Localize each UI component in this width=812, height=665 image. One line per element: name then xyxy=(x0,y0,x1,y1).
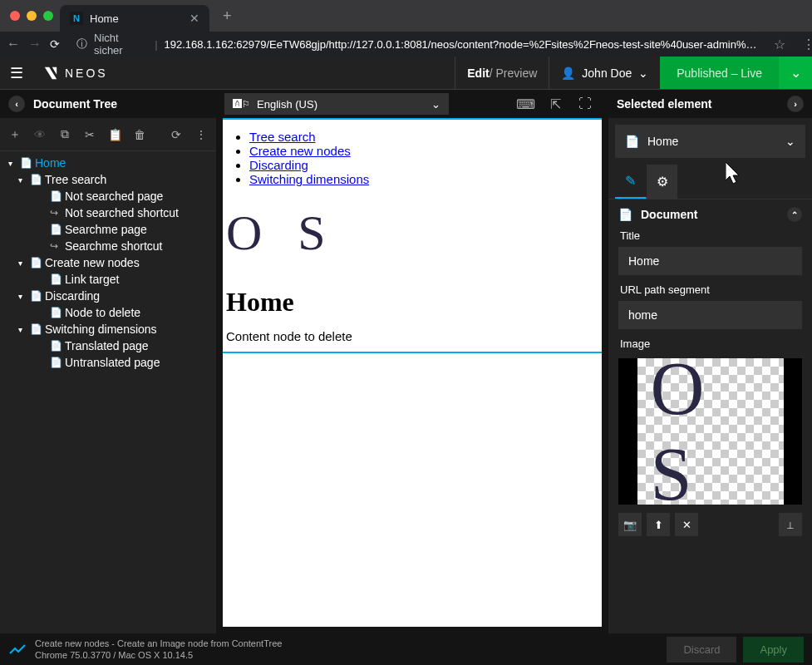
bookmark-icon[interactable]: ☆ xyxy=(774,37,785,52)
tree-node-discarding[interactable]: ▾📄Discarding xyxy=(0,288,216,304)
status-bar: Create new nodes - Create an Image node … xyxy=(0,633,812,665)
menu-button[interactable]: ☰ xyxy=(0,57,33,89)
tree-node-tree-search[interactable]: ▾📄Tree search xyxy=(0,171,216,188)
test-runner-icon xyxy=(8,640,27,658)
publish-dropdown[interactable]: ⌄ xyxy=(779,57,812,89)
image-preview-graphic: O S xyxy=(637,346,784,517)
more-button[interactable]: ⋮ xyxy=(189,123,213,146)
tree-node-create-new-nodes[interactable]: ▾📄Create new nodes xyxy=(0,254,216,271)
panel-title: Selected element xyxy=(617,97,711,111)
preview-label: / Preview xyxy=(490,66,538,80)
forward-button[interactable]: → xyxy=(28,37,42,52)
window-minimize[interactable] xyxy=(27,11,37,21)
tab-properties[interactable]: ✎ xyxy=(615,165,647,199)
section-header[interactable]: 📄 Document ⌃ xyxy=(608,200,812,229)
publish-button[interactable]: Published – Live xyxy=(660,57,779,89)
discard-button[interactable]: Discard xyxy=(667,637,736,663)
apply-button[interactable]: Apply xyxy=(743,637,804,663)
field-label-url: URL path segment xyxy=(618,283,802,301)
user-icon: 👤 xyxy=(561,66,575,80)
tree-node[interactable]: 📄Untranslated page xyxy=(0,354,216,371)
tree-node[interactable]: 📄Node to delete xyxy=(0,304,216,321)
back-button[interactable]: ← xyxy=(7,37,20,52)
content-frame[interactable]: Tree search Create new nodes Discarding … xyxy=(223,118,602,627)
chevron-down-icon: ⌄ xyxy=(431,98,440,111)
document-tree: ▾📄Home ▾📄Tree search 📄Not searched page … xyxy=(0,151,216,633)
left-panel: ‹ Document Tree ＋ 👁 ⧉ ✂ 📋 🗑 ⟳ ⋮ ▾📄Home ▾… xyxy=(0,90,216,633)
window-close[interactable] xyxy=(10,11,20,21)
inspector-tabs: ✎ ⚙ xyxy=(608,165,812,200)
browser-tab-strip: N Home ✕ + xyxy=(0,0,812,32)
language-select[interactable]: 🅰⚐English (US) ⌄ xyxy=(224,93,449,115)
delete-button[interactable]: 🗑 xyxy=(128,123,151,146)
list-item: Switching dimensions xyxy=(249,172,602,186)
tree-node[interactable]: 📄Not searched page xyxy=(0,188,216,204)
selected-element-dropdown[interactable]: 📄 Home ⌄ xyxy=(615,125,805,158)
content-heading[interactable]: Home xyxy=(226,287,602,318)
gear-icon: ⚙ xyxy=(657,174,668,190)
tree-node[interactable]: 📄Searchme page xyxy=(0,221,216,238)
refresh-button[interactable]: ⟳ xyxy=(165,123,188,146)
tree-node[interactable]: ↪Searchme shortcut xyxy=(0,238,216,254)
language-label: English (US) xyxy=(257,98,317,111)
app-topbar: ☰ NEOS Edit / Preview 👤 John Doe ⌄ Publi… xyxy=(0,57,812,90)
edit-preview-toggle[interactable]: Edit / Preview xyxy=(455,57,549,89)
tree-node[interactable]: 📄Link target xyxy=(0,271,216,288)
content-link[interactable]: Tree search xyxy=(249,130,315,144)
browser-tab[interactable]: N Home ✕ xyxy=(60,5,209,32)
address-bar[interactable]: ⓘ Nicht sicher | 192.168.1.162:62979/EeT… xyxy=(68,32,765,56)
content-text[interactable]: Content node to delete xyxy=(226,329,602,343)
panel-forward-icon[interactable]: › xyxy=(787,96,804,112)
url-input[interactable]: home xyxy=(618,301,802,329)
content-link-list: Tree search Create new nodes Discarding … xyxy=(223,120,602,196)
hide-button[interactable]: 👁 xyxy=(28,123,52,146)
collapse-icon[interactable]: ⌃ xyxy=(787,207,802,222)
url-text: 192.168.1.162:62979/EeTW68gjp/http://127… xyxy=(165,38,758,51)
neos-logo-icon xyxy=(43,66,58,81)
field-label-title: Title xyxy=(618,229,802,247)
chevron-down-icon: ⌄ xyxy=(638,66,648,80)
image-preview[interactable]: O S xyxy=(618,358,802,505)
image-actions: 📷 ⬆ ✕ ⟂ xyxy=(608,513,812,536)
tree-node[interactable]: ↪Not searched shortcut xyxy=(0,204,216,221)
add-node-button[interactable]: ＋ xyxy=(3,123,27,146)
window-maximize[interactable] xyxy=(43,11,53,21)
upload-button[interactable]: ⬆ xyxy=(647,513,670,536)
close-tab-icon[interactable]: ✕ xyxy=(189,12,199,25)
browser-menu-icon[interactable]: ⋮ xyxy=(802,37,812,52)
content-link[interactable]: Create new nodes xyxy=(249,144,351,158)
inspector-panel: Selected element › 📄 Home ⌄ ✎ ⚙ 📄 Docume… xyxy=(608,90,812,633)
title-input[interactable]: Home xyxy=(618,247,802,275)
pencil-icon: ✎ xyxy=(625,173,636,189)
list-item: Discarding xyxy=(249,158,602,172)
tab-title: Home xyxy=(90,12,119,25)
tree-node-switching-dimensions[interactable]: ▾📄Switching dimensions xyxy=(0,321,216,337)
remove-image-button[interactable]: ✕ xyxy=(675,513,698,536)
tree-node-home[interactable]: ▾📄Home xyxy=(0,155,216,171)
panel-title: Document Tree xyxy=(33,97,117,111)
user-menu[interactable]: 👤 John Doe ⌄ xyxy=(549,57,660,89)
paste-button[interactable]: 📋 xyxy=(103,123,126,146)
section-title: Document xyxy=(641,208,697,221)
tree-node[interactable]: 📄Translated page xyxy=(0,337,216,354)
reload-button[interactable]: ⟳ xyxy=(50,37,60,51)
chevron-down-icon: ⌄ xyxy=(785,135,795,148)
tab-settings[interactable]: ⚙ xyxy=(647,165,678,199)
keyboard-icon[interactable]: ⌨ xyxy=(515,94,535,114)
browser-toolbar: ← → ⟳ ⓘ Nicht sicher | 192.168.1.162:629… xyxy=(0,32,812,57)
cut-button[interactable]: ✂ xyxy=(78,123,101,146)
crop-button[interactable]: ⟂ xyxy=(779,513,802,536)
content-link[interactable]: Discarding xyxy=(249,158,308,172)
new-tab-button[interactable]: + xyxy=(216,7,239,25)
fullscreen-icon[interactable]: ⛶ xyxy=(575,94,595,114)
external-link-icon[interactable]: ⇱ xyxy=(545,94,565,114)
copy-button[interactable]: ⧉ xyxy=(53,123,76,146)
content-image-placeholder[interactable]: O S xyxy=(223,204,602,262)
document-icon: 📄 xyxy=(625,135,639,148)
media-button[interactable]: 📷 xyxy=(618,513,642,536)
content-link[interactable]: Switching dimensions xyxy=(249,172,369,186)
panel-header: Selected element › xyxy=(608,90,812,118)
list-item: Create new nodes xyxy=(249,144,602,158)
panel-back-icon[interactable]: ‹ xyxy=(8,96,25,112)
content-area: 🅰⚐English (US) ⌄ ⌨ ⇱ ⛶ Tree search Creat… xyxy=(216,90,608,633)
